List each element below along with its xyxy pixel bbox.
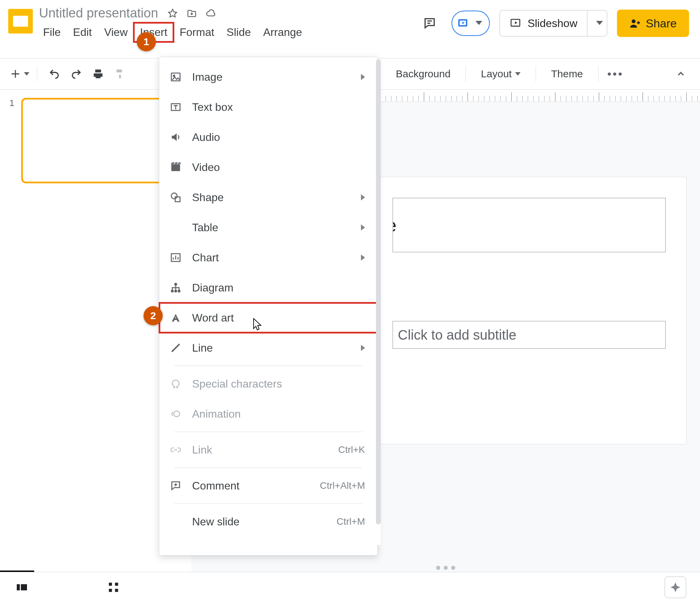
cloud-status-icon[interactable] [205,7,217,19]
menu-edit[interactable]: Edit [67,23,98,42]
subtitle-placeholder[interactable]: Click to add subtitle [392,321,666,349]
move-to-folder-icon[interactable] [186,7,198,19]
slideshow-caret-icon[interactable] [588,20,607,26]
insert-diagram[interactable]: Diagram [159,273,377,303]
slide-number: 1 [7,98,14,183]
svg-point-20 [174,411,179,417]
collapse-toolbar-icon[interactable] [671,64,690,83]
title-placeholder-text: e [392,214,396,236]
insert-textbox-label: Text box [192,101,233,114]
redo-button[interactable] [67,64,86,83]
menu-bar: File Edit View Insert Format Slide Arran… [37,23,413,42]
insert-animation-label: Animation [192,408,241,420]
line-icon [169,342,183,354]
comment-shortcut: Ctrl+Alt+M [320,480,365,491]
mouse-cursor-icon [253,318,262,332]
footer [0,572,700,602]
undo-button[interactable] [45,64,64,83]
insert-special-characters-label: Special characters [192,378,282,390]
slideshow-button[interactable]: Slideshow [499,10,607,37]
insert-chart-label: Chart [192,251,219,264]
insert-textbox[interactable]: Text box [159,92,377,122]
svg-rect-7 [109,589,112,592]
submenu-caret-icon [361,194,365,200]
menu-file[interactable]: File [37,23,67,42]
present-caret-icon[interactable] [471,20,482,26]
background-button[interactable]: Background [388,64,458,83]
step-badge-2: 2 [144,306,163,325]
svg-point-10 [173,75,175,76]
svg-point-19 [178,290,180,292]
insert-wordart[interactable]: Word art [159,303,377,333]
insert-video-label: Video [192,161,220,174]
svg-rect-4 [21,584,27,590]
menu-slide[interactable]: Slide [220,23,257,42]
layout-button[interactable]: Layout [473,64,528,83]
insert-shape[interactable]: Shape [159,182,377,212]
paint-format-button[interactable] [110,64,130,83]
grid-view-icon[interactable] [105,579,122,596]
comments-history-icon[interactable] [417,11,442,36]
insert-audio-label: Audio [192,131,220,144]
submenu-caret-icon [361,345,365,351]
share-label: Share [646,17,677,30]
explore-button[interactable] [664,576,686,598]
print-button[interactable] [89,64,108,83]
insert-table[interactable]: Table [159,212,377,243]
chart-icon [169,252,183,263]
speaker-notes-drag-handle[interactable] [436,566,455,570]
svg-point-18 [175,290,177,292]
insert-video[interactable]: Video [159,152,377,182]
insert-link-label: Link [192,444,212,456]
star-icon[interactable] [166,7,179,19]
audio-icon [169,131,183,143]
filmstrip-view-icon[interactable] [14,579,30,596]
menu-view[interactable]: View [98,23,134,42]
insert-audio[interactable]: Audio [159,122,377,152]
insert-link: Link Ctrl+K [159,435,377,465]
shape-icon [169,192,183,203]
insert-line-label: Line [192,342,213,354]
more-tools-button[interactable]: ••• [606,64,625,83]
submenu-caret-icon [361,224,365,231]
svg-rect-5 [109,583,112,586]
svg-point-2 [632,19,635,23]
title-bar: Untitled presentation File Edit View [0,0,700,58]
insert-image-label: Image [192,71,223,83]
svg-rect-8 [115,589,118,592]
slides-logo[interactable] [8,9,33,34]
share-button[interactable]: Share [617,10,689,37]
insert-chart[interactable]: Chart [159,243,377,273]
animation-icon [169,408,183,420]
slide-canvas[interactable]: e Click to add subtitle [372,177,686,444]
svg-point-16 [175,283,177,285]
subtitle-placeholder-text: Click to add subtitle [398,327,516,343]
new-slide-button[interactable] [10,64,29,83]
insert-line[interactable]: Line [159,333,377,363]
submenu-caret-icon [361,254,365,261]
title-placeholder[interactable]: e [392,198,666,252]
present-button[interactable] [452,11,490,36]
insert-menu: Image Text box Audio Video Shape Table C… [159,57,378,555]
link-icon [169,444,183,456]
insert-special-characters: Special characters [159,369,377,399]
svg-rect-12 [171,165,180,171]
image-icon [169,71,183,83]
theme-button[interactable]: Theme [543,64,590,83]
insert-diagram-label: Diagram [192,282,233,294]
menu-scrollbar[interactable] [376,59,381,545]
document-name[interactable]: Untitled presentation [37,5,160,21]
insert-animation: Animation [159,399,377,429]
menu-format[interactable]: Format [174,23,220,42]
menu-arrange[interactable]: Arrange [257,23,308,42]
slide-thumbnail[interactable] [21,98,172,183]
insert-wordart-label: Word art [192,312,234,324]
insert-image[interactable]: Image [159,62,377,92]
svg-point-13 [171,193,177,199]
insert-comment[interactable]: Comment Ctrl+Alt+M [159,471,377,501]
comment-icon [169,480,183,492]
insert-new-slide[interactable]: New slide Ctrl+M [159,507,377,537]
svg-point-17 [171,290,173,292]
svg-rect-6 [115,583,118,586]
submenu-caret-icon [361,74,365,80]
